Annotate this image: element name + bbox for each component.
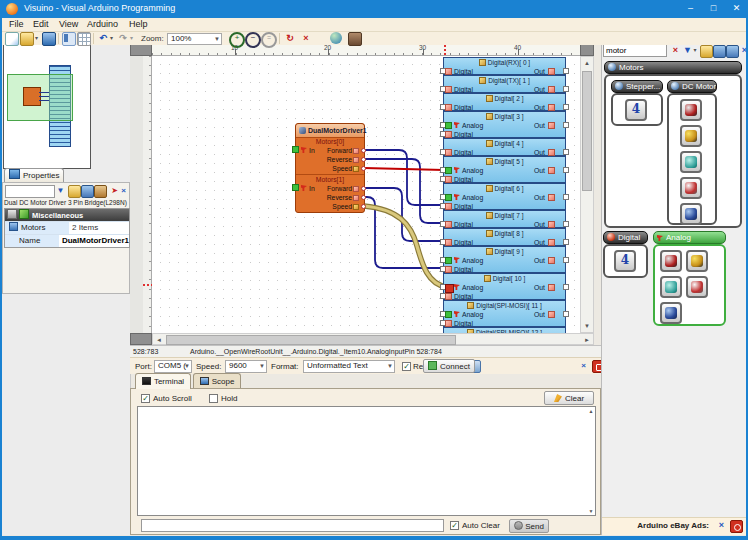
canvas-vscrollbar[interactable]: ▲ ▼ — [580, 56, 594, 333]
pin-connector[interactable] — [563, 194, 569, 200]
analog-motor-icon-4[interactable] — [686, 276, 708, 298]
vscroll-thumb[interactable] — [582, 71, 592, 191]
tab-properties[interactable]: Properties — [4, 168, 64, 183]
component-dualmotordriver1[interactable]: DualMotorDriver1 Motors[0] In Forward Re… — [295, 123, 365, 213]
wire-motors0-speed[interactable] — [364, 168, 444, 170]
redo-dropdown-icon[interactable]: ▾ — [128, 32, 135, 44]
undo-dropdown-icon[interactable]: ▾ — [108, 32, 115, 44]
folder-collapse-icon[interactable] — [713, 45, 726, 58]
board-pin-row-10[interactable]: Digital[ 10 ]AnalogOutDigital — [443, 273, 566, 300]
tab-scope[interactable]: Scope — [193, 373, 241, 389]
board-pin-row-3[interactable]: Digital[ 3 ]AnalogOutDigital — [443, 111, 566, 138]
board-pin-row-0[interactable]: Digital(RX)[ 0 ]DigitalOut — [443, 57, 566, 75]
expand-all-icon[interactable] — [68, 185, 81, 198]
subgroup-stepper[interactable]: Stepper... — [611, 80, 663, 93]
analog-in-pin[interactable] — [292, 146, 299, 153]
property-value[interactable]: 2 Items — [69, 222, 129, 234]
pin-connector[interactable] — [563, 86, 569, 92]
stepper-motor-icon[interactable]: 4 — [625, 99, 647, 121]
pin-connector[interactable] — [563, 257, 569, 263]
terminal-output[interactable]: ▲ ▼ — [137, 406, 596, 516]
maximize-button[interactable]: □ — [702, 0, 725, 18]
folder-view-icon[interactable] — [726, 45, 739, 58]
scroll-up-icon[interactable]: ▲ — [587, 407, 595, 415]
zoom-fit-icon[interactable]: = — [261, 32, 277, 48]
search-input[interactable] — [603, 44, 667, 57]
scroll-down-icon[interactable]: ▼ — [581, 320, 593, 332]
pin-connector[interactable] — [563, 149, 569, 155]
scroll-up-icon[interactable]: ▲ — [581, 57, 593, 69]
menu-help[interactable]: Help — [126, 19, 151, 29]
title-bar[interactable]: Visuino - Visual Arduino Programming – □… — [0, 0, 748, 18]
open-project-icon[interactable] — [20, 32, 34, 46]
analog-in-pin[interactable] — [292, 184, 299, 191]
pin-connector[interactable] — [361, 204, 366, 209]
reset-checkbox[interactable] — [402, 362, 411, 371]
pin-connector[interactable] — [563, 68, 569, 74]
board-pin-row-7[interactable]: Digital[ 7 ]DigitalOut — [443, 210, 566, 228]
pin-connector[interactable] — [361, 157, 366, 162]
board-pin-row-8[interactable]: Digital[ 8 ]DigitalOut — [443, 228, 566, 246]
collapse-group-icon[interactable] — [7, 209, 17, 219]
dc-motor-icon-3[interactable] — [680, 151, 702, 173]
help-globe-icon[interactable] — [330, 32, 342, 44]
pin-connector[interactable] — [563, 239, 569, 245]
menu-view[interactable]: View — [56, 19, 81, 29]
analog-pin-box[interactable] — [445, 122, 452, 129]
filter-dropdown-icon[interactable]: ▾ — [692, 45, 698, 56]
pin-motors1-reverse[interactable]: Reverse — [296, 193, 364, 202]
zoom-select[interactable]: 100%▼ — [167, 33, 222, 45]
board-pin-row-4[interactable]: Digital[ 4 ]DigitalOut — [443, 138, 566, 156]
canvas-hscrollbar[interactable]: ◄ ► — [152, 333, 594, 345]
group-motors[interactable]: Motors — [604, 61, 742, 74]
dc-motor-icon-2[interactable] — [680, 125, 702, 147]
property-row-name[interactable]: Name DualMotorDriver1 — [5, 234, 129, 247]
design-canvas[interactable]: DualMotorDriver1 Motors[0] In Forward Re… — [152, 56, 580, 333]
property-group-header[interactable]: Miscellaneous — [5, 209, 129, 221]
board-pin-row-11[interactable]: Digital(SPI-MOSI)[ 11 ]AnalogOutDigital — [443, 300, 566, 327]
pin-connector[interactable] — [563, 311, 569, 317]
package-icon[interactable] — [348, 32, 362, 46]
filter-icon[interactable]: ▼ — [55, 185, 66, 196]
clear-button[interactable]: Clear — [544, 391, 594, 405]
adblock-icon[interactable] — [730, 520, 743, 533]
pin-connector[interactable] — [563, 104, 569, 110]
group-digital[interactable]: Digital — [603, 231, 648, 244]
board-pin-row-9[interactable]: Digital[ 9 ]AnalogOutDigital — [443, 246, 566, 273]
delete-icon[interactable]: × — [300, 32, 312, 44]
board-pin-row-5[interactable]: Digital[ 5 ]AnalogOutDigital — [443, 156, 566, 183]
menu-arduino[interactable]: Arduino — [84, 19, 121, 29]
analog-motor-icon-2[interactable] — [686, 250, 708, 272]
folder-expand-icon[interactable] — [700, 45, 713, 58]
settings-icon[interactable]: × — [118, 185, 129, 196]
speed-select[interactable]: 9600▼ — [225, 360, 267, 373]
connect-button[interactable]: Connect — [423, 359, 475, 373]
pin-motors0-forward[interactable]: In Forward — [296, 146, 364, 155]
pin-connector[interactable] — [361, 166, 366, 171]
component-header[interactable]: DualMotorDriver1 — [296, 124, 364, 138]
group-analog[interactable]: Analog — [653, 231, 726, 244]
collapse-all-icon[interactable] — [81, 185, 94, 198]
clear-search-icon[interactable]: × — [670, 45, 681, 56]
pin-connector[interactable] — [563, 167, 569, 173]
analog-pin-box[interactable] — [445, 194, 452, 201]
subgroup-dc-motors[interactable]: DC Motors — [667, 80, 717, 93]
pin-connector[interactable] — [361, 195, 366, 200]
grid-view-icon[interactable] — [77, 32, 91, 46]
menu-edit[interactable]: Edit — [30, 19, 52, 29]
open-dropdown-icon[interactable]: ▾ — [33, 32, 40, 44]
dc-motor-icon-1[interactable] — [680, 99, 702, 121]
pin-connector[interactable] — [563, 221, 569, 227]
pin-motors0-speed[interactable]: Speed — [296, 164, 364, 173]
pin-connector[interactable] — [563, 284, 569, 290]
analog-motor-icon-5[interactable] — [660, 302, 682, 324]
toggle-panels-icon[interactable] — [62, 32, 76, 46]
analog-motor-icon-1[interactable] — [660, 250, 682, 272]
pin-connector[interactable] — [361, 148, 366, 153]
board-pin-row-1[interactable]: Digital(TX)[ 1 ]DigitalOut — [443, 75, 566, 93]
refresh-icon[interactable]: ↻ — [284, 32, 296, 44]
save-icon[interactable] — [42, 32, 56, 46]
board-pin-row-12[interactable]: Digital(SPI-MISO)[ 12 ]AnalogOutDigital — [443, 327, 566, 333]
new-project-icon[interactable] — [5, 32, 19, 46]
hold-checkbox[interactable] — [209, 394, 218, 403]
